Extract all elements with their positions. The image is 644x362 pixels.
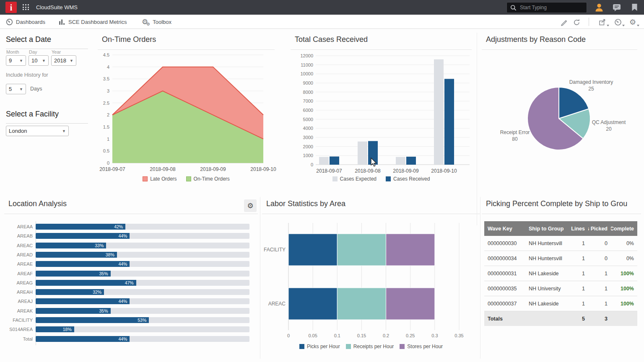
edit-icon[interactable]	[559, 18, 569, 27]
bar-track: 44%	[36, 233, 249, 239]
pie-slice-label: Receipt Error80	[486, 129, 544, 142]
search-input[interactable]: Start Typing	[506, 2, 587, 13]
facility-value: London	[9, 128, 27, 134]
bar-track: 32%	[36, 289, 249, 295]
axis-label: 8000	[303, 90, 313, 95]
search-placeholder: Start Typing	[520, 5, 547, 10]
cases-received-bar	[406, 157, 416, 165]
axis-label: 12000	[300, 53, 313, 58]
chevron-down-icon: ▼	[42, 59, 46, 63]
table-cell: 0%	[611, 236, 637, 251]
month-label: Month	[6, 49, 19, 54]
bar-track: 53%	[36, 317, 249, 323]
labor-statistics-chart: 00.050.10.150.20.250.30.35FACILITYAREAC	[262, 214, 480, 341]
legend-label: Cases Expected	[340, 176, 377, 182]
cases-expected-bar	[319, 157, 329, 165]
panel-title: Labor Statistics by Area	[262, 197, 480, 214]
panel-divider	[480, 197, 480, 359]
panel-divider	[477, 33, 477, 225]
axis-label: 0.3	[431, 333, 438, 338]
dashboard-gauge-icon	[6, 18, 13, 26]
table-row[interactable]: 0000000035NH University11100%	[484, 281, 637, 296]
bar-track: 47%	[36, 280, 249, 286]
legend-swatch	[400, 344, 405, 349]
axis-label: 1.5	[103, 124, 109, 129]
nav-item-dashboards[interactable]: Dashboards	[6, 15, 45, 29]
app-menu-icon[interactable]	[23, 4, 29, 10]
table-cell: 1	[588, 281, 611, 296]
table-row[interactable]: 0000000031NH Lakeside11100%	[484, 266, 637, 281]
year-select[interactable]: 2018▼	[51, 55, 76, 66]
month-value: 9	[9, 57, 12, 64]
location-bar-row: AREAE44%	[4, 261, 258, 267]
axis-label: 0	[311, 162, 313, 167]
location-label: S014AREA	[4, 326, 33, 333]
axis-label: 2000	[303, 144, 313, 149]
axis-label: FACILITY	[264, 247, 286, 253]
location-bar-row: AREAD38%	[4, 252, 258, 258]
legend-label: Picks per Hour	[307, 344, 340, 349]
refresh-icon[interactable]	[572, 18, 581, 27]
legend-item: Picks per Hour	[299, 344, 340, 349]
cases-expected-bar	[396, 157, 405, 165]
chat-icon[interactable]	[612, 3, 621, 12]
cases-received-bar	[330, 157, 339, 165]
bar-chart-icon	[59, 18, 65, 25]
settings-gear-icon[interactable]: ⚙	[628, 18, 637, 27]
axis-label: 4000	[303, 126, 313, 131]
days-label: Days	[30, 86, 42, 92]
legend-item: Cases Received	[386, 176, 430, 182]
app-title: CloudSuite WMS	[36, 4, 78, 10]
bar-track: 35%	[36, 308, 249, 314]
dashboard-page: i CloudSuite WMS Start Typing	[0, 0, 644, 362]
nav-item-sce-dashboard-metrics[interactable]: SCE Dashboard Metrics	[59, 15, 127, 29]
axis-label: 0.05	[308, 333, 317, 338]
axis-label: 7000	[303, 98, 313, 103]
table-cell: 100%	[611, 281, 637, 296]
axis-label: 0.15	[357, 333, 366, 338]
table-row[interactable]: 0000000030NH Huntersvill100%	[484, 236, 637, 251]
location-percent-bar: 42%	[36, 224, 125, 230]
table-cell: Wave Key	[484, 221, 525, 236]
panel-title: Adjustments by Reason Code	[482, 33, 637, 50]
day-select[interactable]: 10▼	[29, 55, 49, 66]
user-icon[interactable]	[594, 3, 604, 13]
picking-table: Wave KeyShip to GroupLiness Pickedt Comp…	[484, 221, 637, 326]
bar-track: 38%	[36, 252, 249, 258]
location-percent-bar: 47%	[36, 280, 136, 286]
day-label: Day	[29, 49, 37, 54]
table-row[interactable]: 0000000037NH Lakeside11100%	[484, 296, 637, 311]
axis-label: 0.2	[383, 333, 389, 338]
table-cell: 0000000035	[484, 281, 525, 296]
bar-track: 18%	[36, 326, 249, 332]
total-cases-received-panel: Total Cases Received 0100020003000400050…	[291, 33, 472, 189]
share-icon[interactable]	[598, 18, 607, 27]
labor-bar-segment	[288, 288, 337, 320]
bar-track: 44%	[36, 298, 249, 304]
nav-item-toolbox[interactable]: ⚙⚙ Toolbox	[142, 15, 171, 29]
panel-settings-button[interactable]: ⚙	[244, 199, 257, 212]
facility-select[interactable]: London▼	[6, 126, 69, 136]
location-bar-row: AREAH32%	[4, 289, 258, 295]
year-value: 2018	[54, 57, 66, 64]
scheduler-gauge-icon[interactable]	[613, 18, 623, 27]
location-label: AREAE	[4, 261, 33, 267]
table-cell: NH Huntersvill	[525, 251, 569, 266]
legend-item: Receipts per Hour	[346, 344, 394, 349]
legend-swatch	[299, 344, 304, 349]
table-row[interactable]: 0000000034NH Huntersvill100%	[484, 251, 637, 266]
axis-label: 11000	[301, 62, 313, 67]
axis-label: 2018-09-07	[99, 166, 125, 172]
table-cell: 0000000030	[484, 236, 525, 251]
table-cell: 3	[588, 311, 611, 326]
month-select[interactable]: 9▼	[6, 55, 26, 66]
table-cell	[525, 311, 569, 326]
infor-logo[interactable]: i	[5, 2, 17, 13]
history-days-select[interactable]: 5▼	[6, 84, 26, 94]
chevron-down-icon: ▼	[19, 59, 23, 63]
axis-label: 2018-09-10	[250, 166, 276, 172]
bookmark-icon[interactable]	[631, 3, 638, 11]
location-bar-row: AREAJ44%	[4, 298, 258, 305]
table-cell: NH Huntersvill	[525, 236, 569, 251]
table-cell: s Picked	[588, 221, 611, 236]
